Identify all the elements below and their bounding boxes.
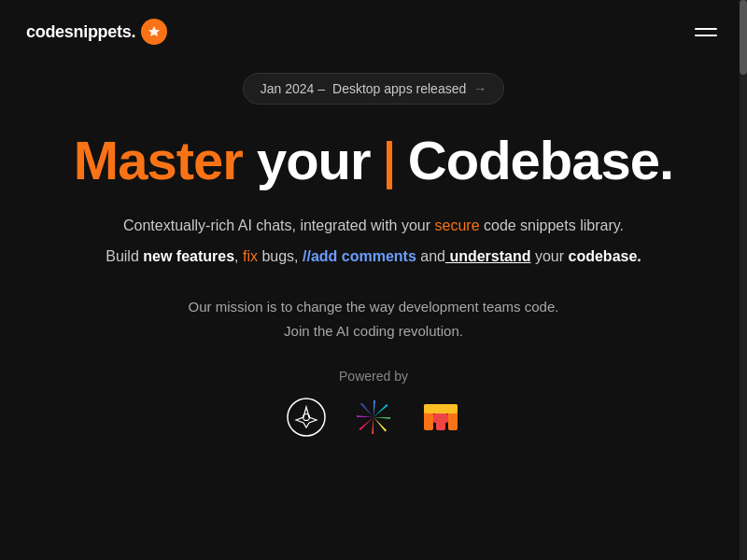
hamburger-menu[interactable] bbox=[691, 24, 721, 40]
svg-rect-6 bbox=[433, 413, 448, 423]
subtitle-line-2: Build new features, fix bugs, //add comm… bbox=[37, 244, 710, 269]
subtitle2-pre: Build bbox=[106, 248, 143, 264]
hero-section: Master your Codebase. Contextually-rich … bbox=[0, 131, 747, 438]
gemini-logo bbox=[353, 397, 394, 438]
hamburger-line-2 bbox=[695, 35, 717, 36]
mission-line-2: Join the AI coding revolution. bbox=[37, 319, 710, 343]
subtitle1-pre: Contextually-rich AI chats, integrated w… bbox=[123, 217, 435, 233]
mission-text: Our mission is to change the way develop… bbox=[37, 295, 710, 343]
logo-icon bbox=[141, 19, 167, 45]
svg-point-0 bbox=[288, 399, 325, 436]
cursor-bar bbox=[387, 141, 392, 189]
hero-title: Master your Codebase. bbox=[37, 131, 710, 190]
banner-pill[interactable]: Jan 2024 – Desktop apps released → bbox=[243, 73, 505, 105]
logo-code: code bbox=[26, 22, 64, 41]
banner-detail: Desktop apps released bbox=[332, 81, 466, 96]
subtitle2-and: and bbox=[416, 248, 445, 264]
banner-container: Jan 2024 – Desktop apps released → bbox=[0, 73, 747, 105]
scrollbar-thumb[interactable] bbox=[740, 0, 747, 75]
subtitle2-add: //add comments bbox=[299, 248, 416, 264]
logo-snippets: snippets. bbox=[64, 22, 135, 41]
subtitle2-new: new features bbox=[143, 248, 234, 264]
subtitle2-bugs: bugs, bbox=[258, 248, 299, 264]
svg-rect-5 bbox=[424, 404, 458, 413]
powered-by-section: Powered by bbox=[37, 369, 710, 438]
powered-by-label: Powered by bbox=[339, 369, 408, 384]
banner-arrow: → bbox=[473, 81, 486, 96]
subtitle1-secure: secure bbox=[435, 217, 480, 233]
logo-text: codesnippets. bbox=[26, 22, 135, 42]
hamburger-line-1 bbox=[695, 28, 717, 30]
subtitle-line-1: Contextually-rich AI chats, integrated w… bbox=[37, 213, 710, 238]
title-your: your bbox=[257, 130, 385, 190]
subtitle2-your: your bbox=[531, 248, 569, 264]
title-codebase: Codebase. bbox=[408, 130, 673, 190]
subtitle2-fix: fix bbox=[239, 248, 258, 264]
scrollbar[interactable] bbox=[740, 0, 747, 560]
subtitle2-understand: understand bbox=[445, 248, 531, 264]
subtitle2-codebase: codebase. bbox=[569, 248, 641, 264]
banner-date: Jan 2024 – bbox=[261, 81, 325, 96]
subtitle1-post: code snippets library. bbox=[480, 217, 624, 233]
mission-line-1: Our mission is to change the way develop… bbox=[37, 295, 710, 319]
partner-logos bbox=[286, 397, 461, 438]
openai-logo bbox=[286, 397, 327, 438]
title-master: Master bbox=[74, 130, 243, 190]
logo: codesnippets. bbox=[26, 19, 167, 45]
mistral-logo bbox=[420, 397, 461, 438]
header: codesnippets. bbox=[0, 0, 747, 63]
